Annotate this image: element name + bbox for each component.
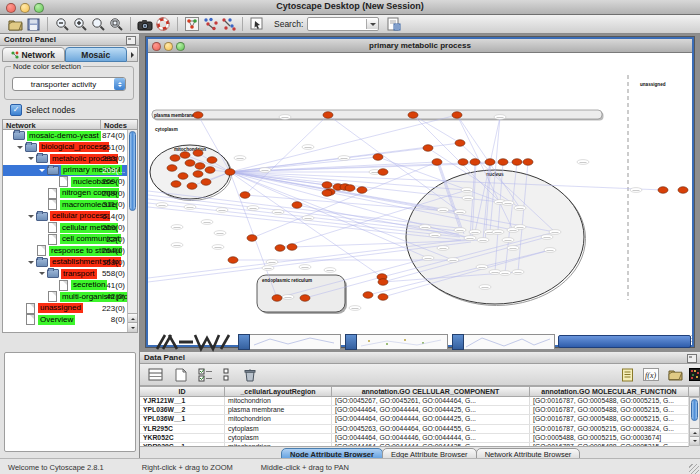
attribute-list-icon[interactable] (218, 366, 236, 383)
table-row[interactable]: YPL036W__1mitochondrion[GO:0044464, GO:0… (140, 415, 689, 424)
gene-label-node[interactable] (324, 268, 336, 273)
gene-label-node[interactable] (171, 243, 183, 248)
compartment-mitochondrion[interactable] (150, 145, 230, 199)
gene-label-node[interactable] (234, 156, 246, 161)
network-node[interactable] (485, 159, 495, 166)
gene-label-node[interactable] (216, 208, 228, 213)
attribute-matrix-icon[interactable] (688, 366, 700, 383)
column-header-2[interactable]: annotation.GO CELLULAR_COMPONENT (332, 386, 530, 397)
network-node[interactable] (323, 112, 333, 119)
network-node[interactable] (272, 295, 282, 302)
gene-label-node[interactable] (279, 115, 291, 120)
tree-item-cell-communicat[interactable]: cell communicat22(0) (3, 234, 137, 246)
network-window[interactable]: primary metabolic process plasma membran… (146, 37, 694, 347)
gene-label-node[interactable] (461, 188, 473, 193)
tree-item-nitrogen-compo[interactable]: nitrogen compo209(0) (3, 188, 137, 200)
expand-arrow-icon[interactable] (17, 146, 23, 152)
gene-label-node[interactable] (499, 271, 511, 276)
network-node[interactable] (423, 145, 433, 152)
tree-scrollbar-thumb[interactable] (129, 131, 136, 211)
tree-item-secretion[interactable]: secretion41(0) (3, 280, 137, 292)
table-cell[interactable]: YPL036W__1 (140, 415, 225, 423)
notes-icon[interactable] (618, 366, 636, 383)
network-node[interactable] (345, 185, 355, 192)
network-node[interactable] (432, 159, 442, 166)
gene-label-node[interactable] (577, 160, 589, 165)
minimized-window-3[interactable] (452, 334, 555, 350)
import-attributes-icon[interactable] (666, 366, 684, 383)
open-session-icon[interactable] (6, 16, 24, 32)
tab-network[interactable]: Network (2, 47, 65, 62)
tree-item-establishment-of-lo[interactable]: establishment of lo558(0) (3, 257, 137, 269)
tree-item-overview[interactable]: Overview8(0) (3, 314, 137, 326)
network-node[interactable] (201, 179, 211, 186)
network-node[interactable] (185, 160, 195, 167)
attribute-table[interactable]: YJR121W__1mitochondrion[GO:0045267, GO:0… (140, 397, 689, 447)
table-cell[interactable]: cytoplasm (225, 425, 332, 433)
apply-layout-2-icon[interactable] (219, 16, 237, 32)
column-nodes[interactable]: Nodes (101, 120, 137, 129)
network-node[interactable] (193, 112, 203, 119)
apply-layout-1-icon[interactable] (201, 16, 219, 32)
minimized-window-1[interactable] (238, 334, 341, 350)
tab-mosaic[interactable]: Mosaic (65, 47, 128, 62)
gene-label-node[interactable] (171, 225, 183, 230)
search-combobox[interactable] (307, 17, 379, 31)
gene-label-node[interactable] (541, 235, 553, 240)
network-node[interactable] (195, 163, 205, 170)
zoom-out-icon[interactable] (53, 16, 71, 32)
zoom-fit-icon[interactable] (107, 16, 125, 32)
network-node[interactable] (455, 140, 465, 147)
network-node[interactable] (275, 245, 285, 252)
table-row[interactable]: YJR121W__1mitochondrion[GO:0045267, GO:0… (140, 397, 689, 406)
gene-label-node[interactable] (437, 208, 449, 213)
gene-label-node[interactable] (447, 258, 459, 263)
network-edge[interactable] (245, 115, 328, 195)
gene-label-node[interactable] (476, 265, 488, 270)
table-row[interactable]: YKR052Ccytoplasm[GO:0044464, GO:0044446,… (140, 434, 689, 443)
network-node[interactable] (378, 169, 388, 176)
table-cell[interactable]: [GO:0045263, GO:0044464, GO:0044455, G..… (332, 425, 530, 433)
snapshot-camera-icon[interactable] (136, 16, 154, 32)
network-node[interactable] (287, 244, 297, 251)
table-cell[interactable]: [GO:0045267, GO:0045261, GO:0044464, G..… (332, 397, 530, 405)
attribute-table-icon[interactable] (146, 366, 164, 383)
gene-label-node[interactable] (299, 265, 311, 270)
gene-label-node[interactable] (512, 270, 524, 275)
gene-label-node[interactable] (184, 205, 196, 210)
network-node[interactable] (322, 182, 332, 189)
network-node[interactable] (193, 150, 203, 157)
table-cell[interactable]: cytoplasm (225, 434, 332, 442)
tree-item-nucleobase-[interactable]: nucleobase-209(0) (3, 176, 137, 188)
table-cell[interactable]: [GO:0016787, GO:0005488, GO:0005215, G..… (530, 415, 689, 423)
gene-label-node[interactable] (630, 188, 642, 193)
network-node[interactable] (240, 192, 250, 199)
table-cell[interactable]: YDR039C__1 (140, 443, 225, 447)
tree-item-metabolic-process[interactable]: metabolic process280(0) (3, 153, 137, 165)
table-row[interactable]: YDR039C__1mitochondrion[GO:0044464, GO:0… (140, 443, 689, 447)
gene-label-node[interactable] (492, 230, 504, 235)
network-canvas[interactable]: plasma membranecytoplasmmitochondrionnuc… (148, 53, 692, 344)
tree-item-primary-metabol[interactable]: primary metabol209(... (3, 165, 137, 177)
table-cell[interactable]: mitochondrion (225, 397, 332, 405)
network-window-titlebar[interactable]: primary metabolic process (148, 39, 692, 53)
table-cell[interactable]: plasma membrane (225, 406, 332, 414)
table-scrollbar-thumb[interactable] (691, 399, 698, 421)
gene-label-node[interactable] (422, 256, 434, 261)
new-attribute-icon[interactable] (172, 366, 190, 383)
gene-label-node[interactable] (437, 246, 449, 251)
table-cell[interactable]: [GO:0044464, GO:0044444, GO:0044425, G..… (332, 406, 530, 414)
tab-overflow-arrow-icon[interactable] (127, 47, 138, 62)
table-cell[interactable]: [GO:0044464, GO:0044444, GO:0044425, G..… (332, 443, 530, 447)
network-node[interactable] (378, 279, 388, 286)
control-panel-float-icon[interactable] (126, 36, 136, 45)
table-cell[interactable]: [GO:0005488, GO:0005215, GO:0003674] (530, 434, 689, 442)
gene-label-node[interactable] (156, 203, 168, 208)
gene-label-node[interactable] (272, 210, 284, 215)
network-node[interactable] (458, 159, 468, 166)
network-node[interactable] (228, 257, 238, 264)
network-node[interactable] (180, 152, 190, 159)
network-node[interactable] (498, 159, 508, 166)
gene-label-node[interactable] (262, 266, 274, 271)
tree-item-mosaic-demo-yeast[interactable]: mosaic-demo-yeast874(0) (3, 130, 137, 142)
